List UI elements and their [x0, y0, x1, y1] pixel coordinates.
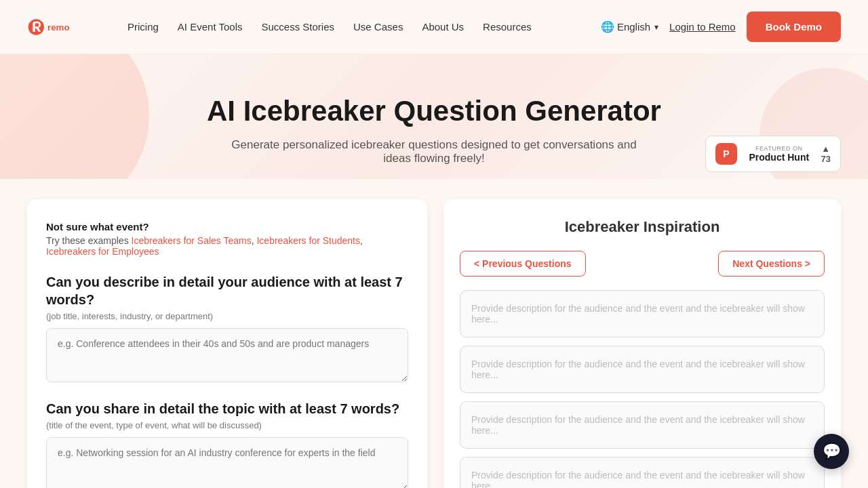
topic-question-block: Can you share in detail the topic with a… — [46, 400, 408, 488]
example-sales-teams[interactable]: Icebreakers for Sales Teams — [132, 235, 252, 246]
triangle-up-icon: ▲ — [821, 144, 830, 154]
nav-link-ai-event-tools[interactable]: AI Event Tools — [178, 21, 243, 33]
inspiration-card-1: Provide description for the audience and… — [460, 290, 825, 338]
try-examples: Try these examples Icebreakers for Sales… — [46, 235, 408, 257]
language-selector[interactable]: 🌐 English ▾ — [601, 20, 658, 33]
globe-icon: 🌐 — [601, 20, 614, 33]
topic-question-hint: (title of the event, type of event, what… — [46, 420, 408, 430]
audience-question-hint: (job title, interests, industry, or depa… — [46, 311, 408, 321]
audience-textarea[interactable] — [46, 328, 408, 382]
not-sure-title: Not sure what event? — [46, 221, 408, 232]
previous-questions-button[interactable]: < Previous Questions — [460, 251, 586, 277]
inspiration-title: Icebreaker Inspiration — [460, 218, 825, 236]
inspiration-card-4: Provide description for the audience and… — [460, 457, 825, 488]
nav-right: 🌐 English ▾ Login to Remo Book Demo — [601, 12, 841, 42]
hero-subtitle: Generate personalized icebreaker questio… — [224, 138, 644, 165]
product-hunt-badges: P FEATURED ON Product Hunt ▲ 73 P LEAVE … — [705, 136, 841, 179]
main-content: Not sure what event? Try these examples … — [0, 179, 868, 488]
ph-vote-count: ▲ 73 — [821, 144, 831, 164]
nav-link-use-cases[interactable]: Use Cases — [353, 21, 403, 33]
nav-link-about-us[interactable]: About Us — [422, 21, 464, 33]
example-students[interactable]: Icebreakers for Students — [256, 235, 360, 246]
not-sure-section: Not sure what event? Try these examples … — [46, 221, 408, 257]
audience-question-title: Can you describe in detail your audience… — [46, 273, 408, 308]
ph-count-number: 73 — [821, 154, 831, 164]
try-examples-label: Try these examples — [46, 235, 129, 246]
topic-textarea[interactable] — [46, 437, 408, 488]
product-hunt-icon-1: P — [715, 143, 737, 165]
product-hunt-featured-badge[interactable]: P FEATURED ON Product Hunt ▲ 73 — [705, 136, 841, 172]
chevron-down-icon: ▾ — [654, 22, 658, 32]
chat-widget[interactable]: 💬 — [814, 434, 849, 469]
nav-link-pricing[interactable]: Pricing — [127, 21, 159, 33]
logo[interactable]: remo — [27, 15, 95, 39]
hero-section: AI Icebreaker Question Generator Generat… — [0, 54, 868, 179]
hero-title: AI Icebreaker Question Generator — [27, 95, 841, 127]
nav-links: Pricing AI Event Tools Success Stories U… — [127, 21, 579, 33]
language-label: English — [617, 21, 650, 33]
topic-question-title: Can you share in detail the topic with a… — [46, 400, 408, 418]
inspiration-cards: Provide description for the audience and… — [460, 290, 825, 488]
next-questions-button[interactable]: Next Questions > — [718, 251, 825, 277]
book-demo-button[interactable]: Book Demo — [747, 12, 841, 42]
ph-badge-text-1: FEATURED ON Product Hunt — [744, 145, 814, 163]
ph-featured-name: Product Hunt — [744, 152, 814, 163]
nav-link-success-stories[interactable]: Success Stories — [261, 21, 334, 33]
example-employees[interactable]: Icebreakers for Employees — [46, 246, 159, 257]
chat-icon: 💬 — [823, 443, 841, 460]
inspiration-panel: Icebreaker Inspiration < Previous Questi… — [443, 199, 841, 488]
form-panel: Not sure what event? Try these examples … — [27, 199, 427, 488]
inspiration-card-3: Provide description for the audience and… — [460, 401, 825, 449]
navbar: remo Pricing AI Event Tools Success Stor… — [0, 0, 868, 54]
svg-text:remo: remo — [47, 22, 70, 33]
nav-link-resources[interactable]: Resources — [483, 21, 532, 33]
inspiration-card-2: Provide description for the audience and… — [460, 346, 825, 393]
ph-featured-label: FEATURED ON — [744, 145, 814, 152]
inspiration-nav: < Previous Questions Next Questions > — [460, 251, 825, 277]
audience-question-block: Can you describe in detail your audience… — [46, 273, 408, 385]
login-link[interactable]: Login to Remo — [669, 21, 736, 33]
